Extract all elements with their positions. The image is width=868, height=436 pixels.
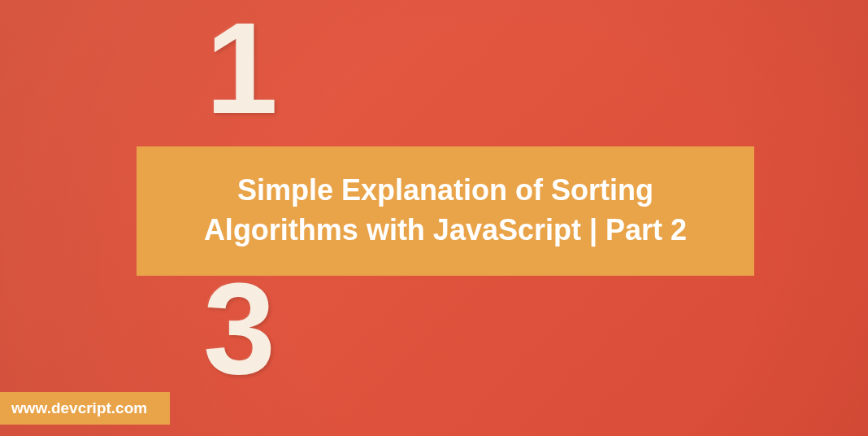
title-text: Simple Explanation of Sorting Algorithms… bbox=[169, 171, 722, 250]
website-url-bar: www.devcript.com bbox=[0, 392, 170, 425]
title-line-2: Algorithms with JavaScript | Part 2 bbox=[204, 213, 687, 246]
number-one: 1 bbox=[206, 7, 271, 130]
title-banner: Simple Explanation of Sorting Algorithms… bbox=[137, 146, 754, 276]
title-line-1: Simple Explanation of Sorting bbox=[237, 173, 653, 207]
website-url: www.devcript.com bbox=[11, 399, 147, 416]
number-three: 3 bbox=[203, 267, 269, 390]
blog-thumbnail: 1 2 3 Simple Explanation of Sorting Algo… bbox=[0, 0, 868, 436]
